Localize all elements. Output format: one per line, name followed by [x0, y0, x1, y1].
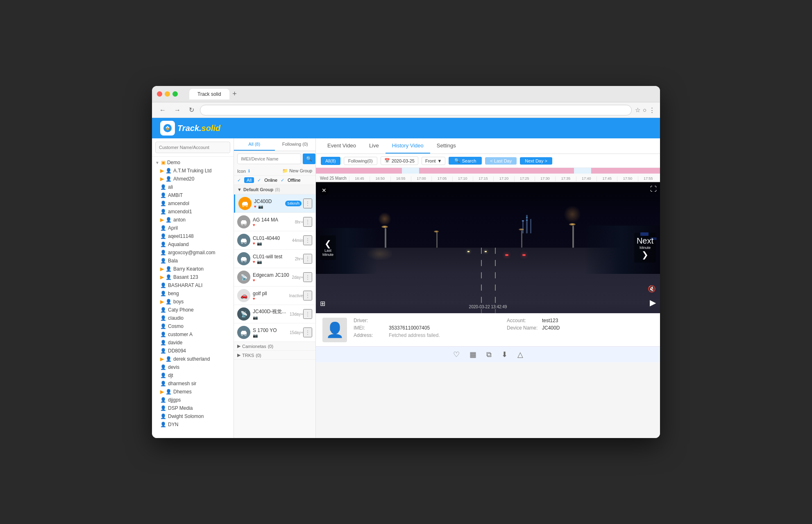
close-button[interactable] [157, 91, 162, 97]
filter-all-badge[interactable]: All [244, 177, 254, 183]
minimize-button[interactable] [165, 91, 170, 97]
device-more-button[interactable]: ⋮ [303, 328, 312, 337]
customer-search-input[interactable] [155, 142, 230, 153]
device-item-jc400d-vision[interactable]: 📡 JC400D-视觉... 📷 13day+ ⋮ [234, 305, 315, 323]
sidebar-item-beng[interactable]: 👤 beng [152, 289, 234, 298]
browser-tab[interactable]: Track solid [189, 89, 229, 99]
filter-all-button[interactable]: All(8) [321, 157, 340, 165]
sidebar-item-ali[interactable]: 👤 ali [152, 183, 234, 191]
sidebar-item-claudio[interactable]: 👤 claudio [152, 314, 234, 322]
last-day-button[interactable]: < Last Day [485, 157, 517, 165]
sidebar-item-label: Caty Phone [168, 307, 194, 313]
subgroup-camionetas[interactable]: ▶ Camionetas (0) [234, 342, 315, 351]
sidebar-item-amcendol1[interactable]: 👤 amcendol1 [152, 208, 234, 216]
bookmark-icon[interactable]: ☆ [635, 106, 640, 114]
camera-selector[interactable]: Front ▼ [422, 157, 446, 165]
device-more-button[interactable]: ⋮ [303, 291, 312, 300]
sidebar-item-barry[interactable]: ▶ 👤 Barry Kearton [152, 265, 234, 273]
device-more-button[interactable]: ⋮ [303, 254, 312, 264]
grid-action-icon[interactable]: ▦ [470, 350, 476, 359]
video-grid-button[interactable]: ⊞ [320, 300, 325, 307]
sidebar-item-april[interactable]: 👤 April [152, 224, 234, 232]
video-close-button[interactable]: ✕ [319, 185, 329, 195]
driver-label: Driver: [354, 318, 386, 323]
filter-offline-label[interactable]: Offline [288, 178, 301, 183]
refresh-button[interactable]: ↻ [186, 104, 197, 115]
sidebar-item-anton[interactable]: ▶ 👤 anton [152, 216, 234, 224]
sidebar-item-dwight[interactable]: 👤 Dwight Solomon [152, 412, 234, 420]
sidebar-item-djjgps[interactable]: 👤 djjgps [152, 396, 234, 404]
new-tab-button[interactable]: + [229, 89, 240, 99]
tab-following[interactable]: Following (0) [275, 138, 316, 151]
sidebar-item-caty[interactable]: 👤 Caty Phone [152, 306, 234, 314]
sidebar-item-dharmesh[interactable]: 👤 dharmesh sir [152, 379, 234, 388]
device-search-input[interactable] [237, 154, 301, 164]
sidebar-item-dd8094[interactable]: 👤 DD8094 [152, 347, 234, 355]
filter-online-label[interactable]: Online [264, 178, 277, 183]
device-item-cl01willtest[interactable]: CL01-will test ♥ 📷 2hr+ ⋮ [234, 250, 315, 268]
download-action-icon[interactable]: ⬇ [501, 350, 508, 359]
menu-icon[interactable]: ⋮ [649, 106, 655, 114]
sidebar-item-ahmed20[interactable]: ▶ 👤 Ahmed20 [152, 175, 234, 183]
tab-live[interactable]: Live [363, 138, 386, 154]
tab-history-video[interactable]: History Video [386, 138, 430, 154]
sidebar-item-dyn[interactable]: 👤 DYN [152, 420, 234, 429]
next-day-button[interactable]: Next Day > [520, 157, 552, 165]
search-button[interactable]: 🔍 Search [449, 157, 482, 165]
sidebar-item-demo[interactable]: ▼ ▣ Demo [152, 158, 234, 167]
sidebar-item-customer-a[interactable]: 👤 customer A [152, 330, 234, 339]
tab-all[interactable]: All (8) [234, 138, 275, 151]
video-prev-button[interactable]: ❮ Last Minute [320, 235, 336, 260]
filter-following-button[interactable]: Following(0) [344, 157, 377, 165]
sidebar-item-ambit[interactable]: 👤 AMBiT [152, 191, 234, 199]
device-more-button[interactable]: ⋮ [303, 272, 312, 282]
timeline-ticks: 16:45 16:50 16:55 17:00 17:05 17:10 17:1… [349, 176, 658, 181]
device-item-s1700yo[interactable]: S 1700 YO 📷 15day+ ⋮ [234, 323, 315, 342]
date-picker[interactable]: 📅 2020-03-25 [381, 156, 418, 165]
device-more-button[interactable]: ⋮ [303, 199, 312, 208]
forward-button[interactable]: → [172, 105, 183, 115]
sidebar-item-dhemes[interactable]: ▶ 👤 Dhemes [152, 388, 234, 396]
maximize-button[interactable] [172, 91, 178, 97]
video-volume-button[interactable]: 🔇 [648, 285, 656, 293]
group-icon: ▣ [161, 160, 166, 165]
sidebar-item-davide[interactable]: 👤 davide [152, 339, 234, 347]
sidebar-item-argoxcoy[interactable]: 👤 argoxcoy@gmail.com [152, 248, 234, 257]
new-group-button[interactable]: 📁 New Group [282, 168, 312, 174]
heart-action-icon[interactable]: ♡ [453, 350, 460, 359]
sidebar-item-atm[interactable]: ▶ 👤 A.T.M Truking Ltd [152, 167, 234, 175]
sidebar-item-basant[interactable]: ▶ 👤 Basant 123 [152, 273, 234, 281]
device-item-ag144ma[interactable]: AG 144 MA ♥ 8hr+ ⋮ [234, 213, 315, 231]
sidebar-item-derek[interactable]: ▶ 👤 derek sutherland [152, 355, 234, 363]
sidebar-item-devis[interactable]: 👤 devis [152, 363, 234, 371]
subgroup-trks[interactable]: ▶ TRKS (0) [234, 351, 315, 360]
video-play-button[interactable]: ▶ [650, 298, 656, 307]
device-more-button[interactable]: ⋮ [303, 217, 312, 227]
device-item-edgecam[interactable]: 📡 Edgecam JC100 ♥ 2day+ ⋮ [234, 268, 315, 287]
device-item-jc400d[interactable]: JC400D ♥ 📷 54km/h ⋮ [234, 194, 315, 213]
back-button[interactable]: ← [157, 105, 168, 115]
device-search-button[interactable]: 🔍 [303, 154, 315, 164]
alert-action-icon[interactable]: △ [517, 350, 523, 359]
sidebar-item-aqualand[interactable]: 👤 Aqualand [152, 240, 234, 248]
device-more-button[interactable]: ⋮ [303, 309, 312, 319]
copy-action-icon[interactable]: ⧉ [486, 350, 492, 359]
sidebar-item-bala[interactable]: 👤 Bala [152, 257, 234, 265]
sidebar-item-amcendol[interactable]: 👤 amcendol [152, 199, 234, 208]
device-item-cl0140440[interactable]: CL01-40440 ♥ 📷 44min ⋮ [234, 231, 315, 250]
address-bar[interactable] [200, 105, 632, 115]
tab-settings[interactable]: Settings [430, 138, 463, 154]
video-next-button[interactable]: Next Minute ❯ [634, 233, 656, 263]
sidebar-item-djt[interactable]: 👤 djt [152, 371, 234, 379]
tab-event-video[interactable]: Event Video [321, 138, 363, 154]
profile-icon[interactable]: ○ [643, 106, 646, 114]
device-item-golfpll[interactable]: 🚗 golf pll ♥ Inactive ⋮ [234, 287, 315, 305]
sidebar-item-dsp[interactable]: 👤 DSP Media [152, 404, 234, 412]
sidebar-item-aqeel[interactable]: 👤 aqeel11148 [152, 232, 234, 240]
device-more-button[interactable]: ⋮ [303, 235, 312, 245]
video-fullscreen-button[interactable]: ⛶ [650, 185, 657, 193]
timeline-bar-row[interactable] [316, 168, 660, 174]
sidebar-item-basharat[interactable]: 👤 BASHARAT ALI [152, 281, 234, 289]
sidebar-item-cosmo[interactable]: 👤 Cosmo [152, 322, 234, 330]
sidebar-item-boys[interactable]: ▶ 👤 boys [152, 298, 234, 306]
